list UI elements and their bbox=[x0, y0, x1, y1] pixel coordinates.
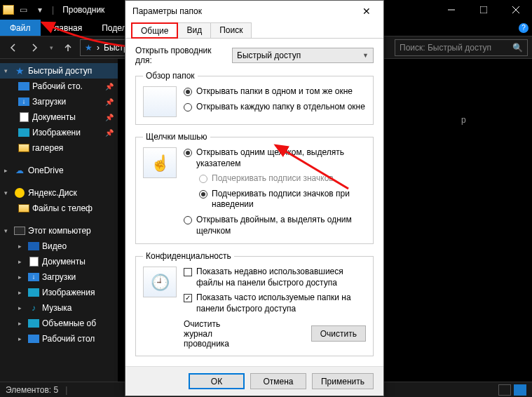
privacy-group: Конфиденциальность Показать недавно испо… bbox=[135, 251, 374, 356]
browse-icon bbox=[143, 86, 177, 117]
click-legend: Щелчки мышью bbox=[143, 132, 210, 142]
tree-documents2[interactable]: ▸Документы bbox=[0, 254, 118, 269]
qat-1[interactable]: ▭ bbox=[15, 2, 31, 18]
view-details-button[interactable] bbox=[498, 384, 511, 396]
app-icon bbox=[3, 5, 14, 15]
tree-pictures[interactable]: Изображени📌 bbox=[0, 125, 118, 140]
star-icon: ★ bbox=[85, 43, 93, 53]
open-for-combo[interactable]: Быстрый доступ ▼ bbox=[232, 48, 374, 63]
tree-yadisk[interactable]: ▾Яндекс.Диск bbox=[0, 185, 118, 201]
tree-gallery[interactable]: галерея bbox=[0, 140, 118, 156]
tab-home[interactable]: Главная bbox=[41, 20, 93, 36]
dialog-button-row: ОК Отмена Применить bbox=[125, 366, 383, 396]
cancel-button[interactable]: Отмена bbox=[250, 373, 306, 389]
browse-legend: Обзор папок bbox=[143, 71, 198, 81]
tree-videos[interactable]: ▸Видео bbox=[0, 238, 118, 254]
tree-downloads2[interactable]: ▸Загрузки bbox=[0, 269, 118, 285]
window-title: Проводник bbox=[62, 5, 104, 15]
tree-onedrive[interactable]: ▸☁OneDrive bbox=[0, 163, 118, 178]
back-button[interactable] bbox=[4, 39, 22, 56]
tree-downloads[interactable]: Загрузки📌 bbox=[0, 94, 118, 109]
pin-icon: 📌 bbox=[105, 98, 114, 106]
status-count: 5 bbox=[54, 385, 59, 395]
clear-button[interactable]: Очистить bbox=[311, 325, 366, 342]
pin-icon: 📌 bbox=[105, 114, 114, 121]
ok-button[interactable]: ОК bbox=[189, 373, 245, 389]
minimize-button[interactable] bbox=[435, 0, 468, 20]
folder-options-dialog: Параметры папок ✕ Общие Вид Поиск Открыт… bbox=[125, 0, 384, 396]
tree-documents[interactable]: Документы📌 bbox=[0, 109, 118, 125]
tree-volumes[interactable]: ▸Объемные об bbox=[0, 316, 118, 331]
nav-tree: ▾★Быстрый доступ Рабочий сто.📌 Загрузки📌… bbox=[0, 59, 118, 382]
apply-button[interactable]: Применить bbox=[312, 373, 374, 389]
cursor-icon bbox=[143, 147, 177, 178]
status-label: Элементов: bbox=[6, 385, 51, 395]
browse-folders-group: Обзор папок Открывать папки в одном и то… bbox=[135, 71, 374, 125]
maximize-button[interactable] bbox=[468, 0, 500, 20]
tree-desktop2[interactable]: ▸Рабочий стол bbox=[0, 331, 118, 346]
tree-yadisk-files[interactable]: Файлы с телеф bbox=[0, 201, 118, 216]
open-for-label: Открыть проводник для: bbox=[135, 46, 226, 65]
pin-icon: 📌 bbox=[105, 83, 114, 90]
tree-music[interactable]: ▸♪Музыка bbox=[0, 300, 118, 316]
forward-button[interactable] bbox=[25, 39, 43, 56]
privacy-legend: Конфиденциальность bbox=[143, 251, 234, 261]
up-button[interactable] bbox=[59, 39, 77, 56]
clock-icon bbox=[143, 267, 177, 297]
radio-underline-hover[interactable]: Подчеркивать подписи значков при наведен… bbox=[184, 189, 366, 210]
tab-file[interactable]: Файл bbox=[0, 20, 41, 36]
radio-single-click[interactable]: Открывать одним щелчком, выделять указат… bbox=[184, 147, 366, 169]
search-box[interactable]: Поиск: Быстрый доступ 🔍 bbox=[395, 39, 528, 56]
dialog-tabs: Общие Вид Поиск bbox=[125, 22, 383, 39]
check-recent-files[interactable]: Показать недавно использовавшиеся файлы … bbox=[184, 267, 366, 288]
recent-button[interactable]: ▾ bbox=[46, 39, 56, 56]
open-for-value: Быстрый доступ bbox=[237, 51, 362, 60]
click-group: Щелчки мышью Открывать одним щелчком, вы… bbox=[135, 132, 374, 244]
tab-view[interactable]: Вид bbox=[177, 22, 211, 39]
radio-same-window[interactable]: Открывать папки в одном и том же окне bbox=[184, 86, 366, 97]
pin-icon: 📌 bbox=[105, 129, 114, 137]
search-icon: 🔍 bbox=[512, 43, 523, 53]
tree-pictures2[interactable]: ▸Изображения bbox=[0, 285, 118, 300]
radio-underline-always[interactable]: Подчеркивать подписи значков bbox=[184, 173, 366, 184]
content-text: р bbox=[461, 115, 466, 125]
close-button[interactable] bbox=[500, 0, 532, 20]
dialog-close-button[interactable]: ✕ bbox=[357, 3, 376, 20]
tree-quick-access[interactable]: ▾★Быстрый доступ bbox=[0, 63, 118, 79]
svg-rect-0 bbox=[480, 6, 487, 13]
search-placeholder: Поиск: Быстрый доступ bbox=[400, 43, 491, 53]
tab-search[interactable]: Поиск bbox=[210, 22, 252, 39]
dialog-title-bar: Параметры папок ✕ bbox=[125, 1, 383, 22]
address-chev: › bbox=[97, 43, 100, 53]
radio-double-click[interactable]: Открывать двойным, а выделять одним щелч… bbox=[184, 215, 366, 236]
tab-general[interactable]: Общие bbox=[131, 22, 178, 39]
view-icons-button[interactable] bbox=[514, 384, 526, 396]
tree-desktop[interactable]: Рабочий сто.📌 bbox=[0, 79, 118, 94]
help-button[interactable]: ? bbox=[515, 20, 532, 36]
dialog-title: Параметры папок bbox=[132, 6, 202, 16]
clear-label: Очистить журнал проводника bbox=[184, 319, 247, 349]
qat-2[interactable]: ▾ bbox=[32, 2, 48, 18]
tree-thispc[interactable]: ▾Этот компьютер bbox=[0, 223, 118, 238]
check-frequent-folders[interactable]: ✓Показать часто используемые папки на па… bbox=[184, 292, 366, 314]
radio-new-window[interactable]: Открывать каждую папку в отдельном окне bbox=[184, 102, 366, 113]
chevron-down-icon: ▼ bbox=[362, 52, 369, 59]
